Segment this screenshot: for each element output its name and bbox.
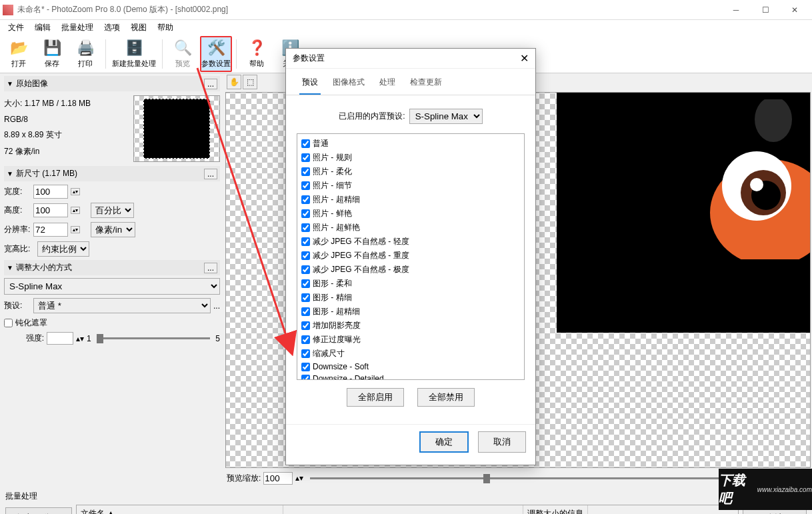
intensity-input[interactable] xyxy=(47,332,73,345)
preset-item[interactable]: 修正过度曝光 xyxy=(300,333,521,347)
original-header[interactable]: ▼原始图像... xyxy=(4,76,220,91)
cancel-button[interactable]: 取消 xyxy=(478,431,526,453)
tab-preset[interactable]: 预设 xyxy=(299,74,321,95)
preset-checkbox[interactable] xyxy=(301,335,310,344)
add-image-button[interactable]: 添加图像... xyxy=(5,507,72,514)
preset-item[interactable]: 缩减尺寸 xyxy=(300,347,521,361)
size-unit-select[interactable]: 百分比 xyxy=(91,203,134,218)
preset-item[interactable]: 照片 - 细节 xyxy=(300,179,521,193)
preset-item[interactable]: 减少 JPEG 不自然感 - 重度 xyxy=(300,249,521,263)
preset-item[interactable]: 减少 JPEG 不自然感 - 极度 xyxy=(300,263,521,277)
preset-checkbox[interactable] xyxy=(301,209,310,218)
original-colormode: RGB/8 xyxy=(4,112,133,127)
height-input[interactable] xyxy=(33,203,68,217)
preset-item[interactable]: 图形 - 柔和 xyxy=(300,277,521,291)
new-batch-button[interactable]: 🗄️新建批量处理 xyxy=(110,36,158,72)
preset-item[interactable]: 照片 - 规则 xyxy=(300,151,521,165)
menu-batch[interactable]: 批量处理 xyxy=(56,21,99,35)
original-options-button[interactable]: ... xyxy=(204,79,217,89)
zoom-input[interactable] xyxy=(263,472,293,485)
dialog-close-button[interactable]: ✕ xyxy=(520,52,529,65)
preset-item[interactable]: Downsize - Detailed xyxy=(300,373,521,380)
preset-checkbox[interactable] xyxy=(301,375,310,381)
tab-format[interactable]: 图像格式 xyxy=(330,74,367,95)
preset-item[interactable]: 减少 JPEG 不自然感 - 轻度 xyxy=(300,235,521,249)
hand-tool[interactable]: ✋ xyxy=(227,75,241,89)
newsize-header[interactable]: ▼新尺寸 (1.17 MB)... xyxy=(4,166,220,181)
settings-button[interactable]: 🛠️参数设置 xyxy=(200,36,232,72)
menu-help[interactable]: 帮助 xyxy=(152,21,179,35)
preset-item[interactable]: 照片 - 超鲜艳 xyxy=(300,221,521,235)
resize-method-header[interactable]: ▼调整大小的方式... xyxy=(4,260,220,275)
preset-item[interactable]: 图形 - 精细 xyxy=(300,291,521,305)
preset-checkbox[interactable] xyxy=(301,307,310,316)
resize-method-select[interactable]: S-Spline Max xyxy=(4,278,220,295)
intensity-slider[interactable] xyxy=(97,337,211,339)
aspect-select[interactable]: 约束比例 xyxy=(37,241,89,257)
save-button[interactable]: 💾保存 xyxy=(36,36,68,72)
marquee-tool[interactable]: ⬚ xyxy=(243,75,257,89)
enable-all-button[interactable]: 全部启用 xyxy=(347,388,404,407)
col-filename[interactable]: 文件名 ▲ xyxy=(77,505,283,514)
preset-checkbox[interactable] xyxy=(301,223,310,232)
folder-icon: 📂 xyxy=(9,39,28,57)
builtin-preset-select[interactable]: S-Spline Max xyxy=(409,109,483,124)
preset-options-button[interactable]: ... xyxy=(213,301,220,311)
menu-edit[interactable]: 编辑 xyxy=(29,21,56,35)
thumbnail[interactable] xyxy=(133,95,220,162)
resolution-spin[interactable]: ▴▾ xyxy=(71,226,80,233)
disable-all-button[interactable]: 全部禁用 xyxy=(417,388,475,407)
preset-checkbox[interactable] xyxy=(301,251,310,260)
open-button[interactable]: 📂打开 xyxy=(3,36,35,72)
newsize-options-button[interactable]: ... xyxy=(204,169,217,179)
preset-select[interactable]: 普通 * xyxy=(33,298,211,313)
resolution-unit-select[interactable]: 像素/in xyxy=(91,222,135,237)
maximize-button[interactable]: ☐ xyxy=(751,1,780,19)
batch-section: 批量处理 添加图像... 添加文件夹... 包含子文件夹 适合在... 文件名 … xyxy=(0,487,812,514)
unsharp-checkbox[interactable] xyxy=(4,319,13,327)
preset-checkbox[interactable] xyxy=(301,363,310,371)
preset-item[interactable]: 照片 - 鲜艳 xyxy=(300,207,521,221)
resize-options-button[interactable]: ... xyxy=(204,263,217,273)
minimize-button[interactable]: ─ xyxy=(721,1,751,19)
preset-item[interactable]: 图形 - 超精细 xyxy=(300,305,521,319)
zoom-label: 预览缩放: xyxy=(227,473,261,484)
preset-checkbox[interactable] xyxy=(301,153,310,162)
preset-item[interactable]: 普通 xyxy=(300,137,521,151)
preset-checkbox[interactable] xyxy=(301,237,310,246)
preset-checkbox[interactable] xyxy=(301,349,310,358)
preset-checkbox[interactable] xyxy=(301,139,310,148)
resolution-input[interactable] xyxy=(33,223,68,237)
width-spin[interactable]: ▴▾ xyxy=(71,188,80,195)
batch-header: 批量处理 xyxy=(5,488,807,505)
preset-checkbox[interactable] xyxy=(301,195,310,204)
help-button[interactable]: ❓帮助 xyxy=(241,36,273,72)
svg-point-5 xyxy=(750,178,763,191)
preset-checkbox[interactable] xyxy=(301,265,310,274)
preset-checkbox[interactable] xyxy=(301,279,310,288)
print-button[interactable]: 🖨️打印 xyxy=(69,36,101,72)
col-resize-info[interactable]: 调整大小的信息 xyxy=(523,505,588,514)
width-input[interactable] xyxy=(33,185,68,199)
close-button[interactable]: ✕ xyxy=(780,1,809,19)
tools-icon: 🛠️ xyxy=(207,39,225,57)
preset-checkbox[interactable] xyxy=(301,321,310,330)
preview-button[interactable]: 🔍预览 xyxy=(167,36,199,72)
menu-file[interactable]: 文件 xyxy=(3,21,29,35)
preset-checkbox[interactable] xyxy=(301,181,310,190)
tab-process[interactable]: 处理 xyxy=(377,74,398,95)
preset-item[interactable]: 增加阴影亮度 xyxy=(300,319,521,333)
original-dpi: 72 像素/in xyxy=(4,143,133,160)
tab-update[interactable]: 检查更新 xyxy=(407,74,445,95)
preset-item[interactable]: 照片 - 超精细 xyxy=(300,193,521,207)
height-spin[interactable]: ▴▾ xyxy=(71,207,80,214)
preset-item[interactable]: 照片 - 柔化 xyxy=(300,165,521,179)
ok-button[interactable]: 确定 xyxy=(419,431,469,453)
menu-view[interactable]: 视图 xyxy=(125,21,152,35)
menu-options[interactable]: 选项 xyxy=(99,21,125,35)
preset-item[interactable]: Downsize - Soft xyxy=(300,361,521,373)
preset-checkbox[interactable] xyxy=(301,167,310,176)
original-size: 大小: 1.17 MB / 1.18 MB xyxy=(4,95,133,112)
help-icon: ❓ xyxy=(247,39,266,57)
preset-checkbox[interactable] xyxy=(301,293,310,302)
